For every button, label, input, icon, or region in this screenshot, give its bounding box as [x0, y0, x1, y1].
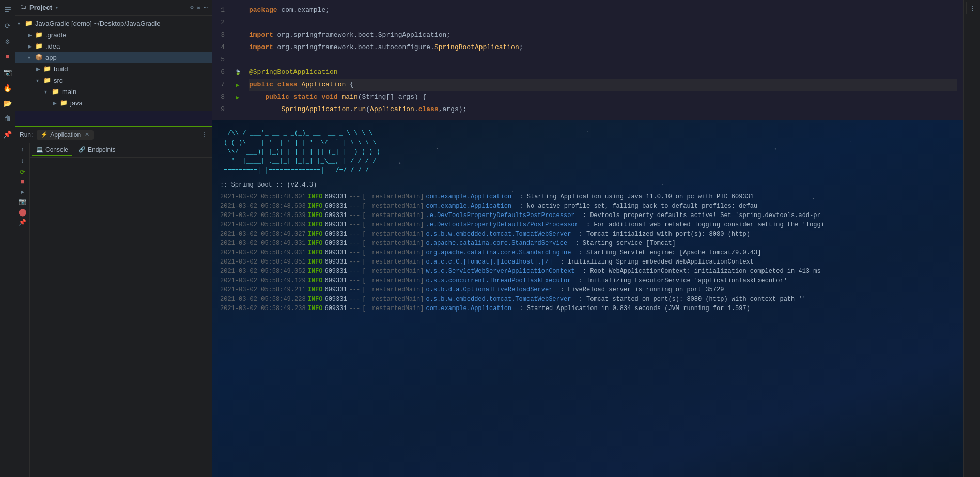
project-root-item[interactable]: ▾ 📁 JavaGradle [demo] ~/Desktop/JavaGrad…: [15, 18, 212, 29]
rerun-btn[interactable]: ⟳: [20, 168, 25, 176]
log-line-9: 2021-03-02 05:58:49.129 INFO 609331 --- …: [212, 276, 963, 286]
resume-btn[interactable]: ▶: [21, 188, 24, 196]
log-line-0: 2021-03-02 05:58:48.601 INFO 609331 --- …: [212, 193, 963, 202]
gutter-2: [232, 17, 243, 29]
console-text[interactable]: /\\ / ___'_ __ _ _(_)_ __ __ _ \ \ \ \ (…: [212, 120, 963, 477]
camera-run-icon[interactable]: 📷: [19, 198, 26, 206]
run-icon-line7[interactable]: ▶: [236, 82, 240, 88]
endpoints-tab-icon: 🔗: [79, 146, 86, 153]
code-editor: 1 2 3 4 5 6 7 8 9 🍃 ▶: [212, 0, 963, 120]
log-line-12: 2021-03-02 05:58:49.238 INFO 609331 --- …: [212, 304, 963, 314]
gradle-label: .gradle: [45, 31, 66, 39]
spring-banner: /\\ / ___'_ __ _ _(_)_ __ __ _ \ \ \ \ (…: [212, 125, 963, 179]
src-folder-icon: 📁: [42, 76, 52, 84]
src-item[interactable]: ▾ 📁 src: [15, 74, 212, 86]
log-line-10: 2021-03-02 05:58:49.211 INFO 609331 --- …: [212, 286, 963, 295]
sidebar-title: Project: [29, 4, 52, 11]
trash-icon[interactable]: 🗑: [2, 113, 14, 125]
main-label: main: [62, 88, 76, 96]
code-lines[interactable]: package com.example; import org.springfr…: [243, 0, 963, 120]
main-item[interactable]: ▾ 📁 main: [15, 86, 212, 97]
svg-rect-0: [5, 7, 11, 8]
gradle-folder-icon: 📁: [34, 30, 43, 39]
console-tab-icon: 💻: [36, 146, 43, 153]
expand-arrow: ▶: [28, 43, 34, 49]
endpoints-tab[interactable]: 🔗 Endpoints: [74, 145, 119, 156]
red-stop-icon[interactable]: ⬤: [19, 208, 27, 217]
app-folder-icon: 📦: [34, 53, 43, 61]
line-num-2: 2: [212, 17, 228, 29]
stop-icon[interactable]: ■: [2, 51, 14, 63]
code-line-3: import org.springframework.boot.SpringAp…: [249, 29, 957, 41]
run-icon-line8[interactable]: ▶: [236, 94, 240, 101]
main-folder-icon: 📁: [51, 87, 60, 96]
gradle-item[interactable]: ▶ 📁 .gradle: [15, 29, 212, 40]
app-label: app: [45, 54, 57, 61]
run-panel-menu[interactable]: ⋮: [200, 130, 208, 139]
expand-arrow: ▶: [28, 32, 34, 38]
gear-icon[interactable]: ⚙: [190, 4, 194, 12]
gutter-9: [232, 103, 243, 116]
java-item[interactable]: ▶ 📁 java: [15, 97, 212, 109]
close-tab-icon[interactable]: ✕: [85, 131, 89, 138]
collapse-icon[interactable]: ⊟: [197, 4, 200, 12]
svg-rect-2: [5, 11, 9, 12]
run-tabs: 💻 Console 🔗 Endpoints: [30, 143, 212, 158]
dropdown-arrow[interactable]: ▾: [55, 5, 58, 11]
run-app-name: Application: [50, 131, 81, 139]
settings-icon[interactable]: ⚙: [2, 35, 14, 48]
console-left-placeholder: [30, 158, 212, 477]
idea-folder-icon: 📁: [34, 42, 43, 50]
fire-icon[interactable]: 🔥: [2, 82, 14, 94]
right-icon-1[interactable]: ⋮: [966, 2, 978, 14]
gutter-8-run[interactable]: ▶: [232, 91, 243, 103]
gutter-6-bean[interactable]: 🍃: [232, 66, 243, 79]
expand-arrow: ▾: [36, 78, 42, 83]
project-tree: ▾ 📁 JavaGradle [demo] ~/Desktop/JavaGrad…: [15, 16, 212, 111]
scroll-up-btn[interactable]: ↑: [20, 145, 25, 155]
camera-icon[interactable]: 📷: [2, 66, 14, 79]
expand-arrow: ▾: [18, 21, 24, 26]
stop-run-btn[interactable]: ■: [21, 178, 25, 186]
idea-item[interactable]: ▶ 📁 .idea: [15, 40, 212, 52]
far-left-icon-bar: ⟳ ⚙ ■ 📷 🔥 📂 🗑 📌: [0, 0, 15, 477]
line-numbers: 1 2 3 4 5 6 7 8 9: [212, 0, 232, 120]
code-line-9: SpringApplication . run ( Application . …: [249, 103, 957, 116]
endpoints-tab-label: Endpoints: [88, 146, 115, 153]
project-root-label: JavaGradle [demo] ~/Desktop/JavaGradle: [35, 20, 160, 27]
three-dots-icon[interactable]: ⋯: [204, 4, 208, 12]
run-sidebar-panel: Run: ⚡ Application ✕ ⋮ ↑ ↓ ⟳ ■ ▶ 📷 ⬤: [15, 126, 212, 477]
line-num-3: 3: [212, 29, 228, 41]
gutter-icons: 🍃 ▶ ▶: [232, 0, 243, 120]
project-icon[interactable]: [2, 4, 14, 17]
run-app-tab[interactable]: ⚡ Application ✕: [37, 130, 94, 140]
app-window: ⟳ ⚙ ■ 📷 🔥 📂 🗑 📌 🗂 Project ▾ ⚙ ⊟ ⋯: [0, 0, 980, 477]
spring-version: :: Spring Boot :: (v2.4.3): [212, 179, 963, 193]
refresh-icon[interactable]: ⟳: [2, 20, 14, 32]
line-num-6: 6: [212, 66, 228, 79]
line-num-9: 9: [212, 103, 228, 116]
console-tab-label: Console: [45, 146, 68, 153]
code-line-4: import org.springframework.boot.autoconf…: [249, 41, 957, 54]
expand-arrow: ▾: [44, 89, 51, 95]
code-line-1: package com.example;: [249, 4, 957, 17]
code-line-8: public static void main (String[] args) …: [249, 91, 957, 103]
folder-icon[interactable]: 📂: [2, 97, 14, 110]
app-item[interactable]: ▾ 📦 app: [15, 52, 212, 63]
log-line-7: 2021-03-02 05:58:49.051 INFO 609331 --- …: [212, 258, 963, 267]
gutter-7-run[interactable]: ▶: [232, 79, 243, 91]
run-label: Run:: [20, 131, 33, 139]
sidebar-toolbar: 🗂 Project ▾ ⚙ ⊟ ⋯: [15, 0, 212, 16]
build-item[interactable]: ▶ 📁 build: [15, 63, 212, 74]
main-content: 1 2 3 4 5 6 7 8 9 🍃 ▶: [212, 0, 963, 477]
console-output-area: /\\ / ___'_ __ _ _(_)_ __ __ _ \ \ \ \ (…: [212, 120, 963, 477]
run-toolbar: Run: ⚡ Application ✕ ⋮: [15, 127, 212, 143]
scroll-down-btn[interactable]: ↓: [20, 157, 25, 166]
bookmark-icon[interactable]: 📌: [2, 128, 14, 141]
svg-rect-1: [5, 9, 11, 10]
idea-label: .idea: [45, 42, 60, 50]
console-tab[interactable]: 💻 Console: [32, 145, 72, 156]
gutter-5: [232, 54, 243, 66]
gutter-3: [232, 29, 243, 41]
pin-icon[interactable]: 📌: [19, 219, 26, 226]
